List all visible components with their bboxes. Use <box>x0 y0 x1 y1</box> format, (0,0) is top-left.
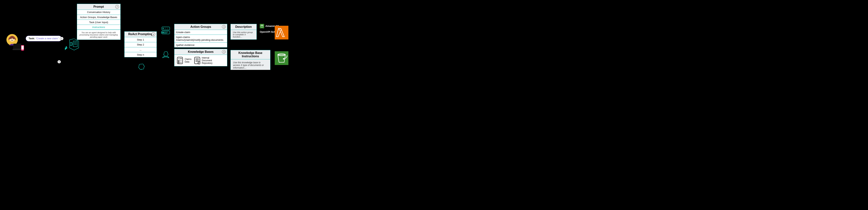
claim-doc-icon: CLAIM <box>177 57 183 64</box>
kb-instructions-card: Knowledge Base Instructions Use this kno… <box>230 50 270 70</box>
description-card: Description Use this action group to com… <box>230 24 257 40</box>
knowledge-bases-card: Knowledge Bases 4 CLAIM Claims Data i In… <box>174 49 227 67</box>
step-number-4: 4 <box>222 50 225 54</box>
react-prompting-card: ReAct Prompting 5 Step 1 Step 2 ... Step… <box>124 31 157 57</box>
step-number-2: 2 <box>115 5 119 9</box>
ml-brain-icon <box>137 62 146 70</box>
action-group-row: /create-claim <box>175 30 227 35</box>
prompt-title: Prompt 2 <box>77 4 120 10</box>
svg-point-31 <box>178 62 180 63</box>
document-flow-icon <box>62 39 81 52</box>
svg-rect-42 <box>275 26 288 40</box>
kb-item: i Internal Document Repository <box>194 56 213 64</box>
react-step: ... <box>125 47 157 52</box>
svg-rect-7 <box>21 46 24 49</box>
svg-point-3 <box>13 38 14 39</box>
prompt-row: Action Groups, Knowledge Bases <box>77 15 120 20</box>
action-groups-title: Action Groups 3 <box>175 24 227 30</box>
orchestration-icon: {..} <box>161 26 170 35</box>
task-bubble: Task: "Create a new claim" 1 <box>26 36 62 41</box>
kb-instructions-title: Knowledge Base Instructions <box>230 50 270 59</box>
svg-rect-22 <box>162 31 170 34</box>
kb-item-label: Claims Data <box>185 58 192 63</box>
react-step: Step 1 <box>125 37 157 42</box>
svg-point-14 <box>70 42 71 44</box>
step-number-5: 5 <box>152 32 155 36</box>
doc-info-icon: i <box>194 57 200 64</box>
svg-point-8 <box>22 50 23 50</box>
step-number-3: 3 <box>222 25 225 29</box>
svg-rect-10 <box>73 41 77 47</box>
action-group-row: /open-claims /claims/{claimId}/notify-pe… <box>175 35 227 43</box>
bucket-icon <box>275 51 288 65</box>
svg-text:CLAIM: CLAIM <box>178 58 182 59</box>
react-step: Step n <box>125 52 157 57</box>
svg-rect-5 <box>12 49 22 50</box>
laptop-phone-icon <box>12 43 24 51</box>
svg-text:{..}: {..} <box>165 28 168 29</box>
description-title: Description <box>230 24 256 30</box>
prompt-instructions-label: Instructions <box>77 25 120 30</box>
svg-point-23 <box>163 28 164 29</box>
action-groups-card: Action Groups 3 /create-claim /open-clai… <box>174 24 227 48</box>
prompt-row: Conversation History <box>77 10 120 15</box>
lambda-icon <box>275 26 288 40</box>
step-number-6: 6 <box>57 60 61 64</box>
react-step: Step 2 <box>125 42 157 47</box>
task-label: Task: <box>29 37 35 40</box>
react-title: ReAct Prompting 5 <box>125 31 157 37</box>
svg-rect-43 <box>275 51 288 65</box>
svg-rect-4 <box>13 44 21 49</box>
svg-rect-40 <box>260 24 264 28</box>
s3-bucket-icon <box>260 24 264 28</box>
description-body: Use this action group to complete X func… <box>230 30 256 40</box>
svg-point-15 <box>70 45 71 46</box>
knowledge-brain-icon <box>161 49 170 59</box>
knowledge-bases-title: Knowledge Bases 4 <box>175 49 227 55</box>
kb-instructions-body: Use this knowledge base to access X type… <box>230 59 270 70</box>
prompt-footnote: You are an agent designed to help with p… <box>77 30 120 40</box>
svg-point-30 <box>178 60 180 61</box>
svg-text:i: i <box>198 62 199 64</box>
svg-point-2 <box>11 38 11 39</box>
prompt-card: Prompt 2 Conversation History Action Gro… <box>77 4 121 40</box>
kb-item-label: Internal Document Repository <box>202 56 213 64</box>
prompt-row: Task (User Input) <box>77 20 120 25</box>
action-group-row: /gather-evidence <box>175 43 227 48</box>
kb-item: CLAIM Claims Data <box>177 57 191 64</box>
task-quote: "Create a new claim" <box>36 37 59 40</box>
